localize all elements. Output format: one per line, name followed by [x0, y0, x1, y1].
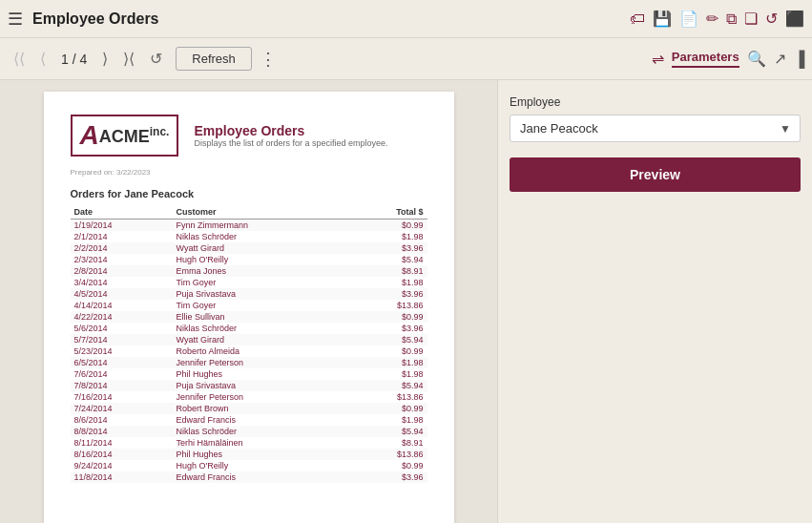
cell-customer: Puja Srivastava	[173, 380, 350, 391]
hamburger-icon[interactable]: ☰	[8, 9, 23, 30]
cell-date: 7/24/2014	[71, 403, 173, 414]
main-area: A ACMEinc. Employee Orders Displays the …	[0, 80, 812, 523]
cell-customer: Jennifer Peterson	[173, 391, 350, 403]
doc-header: A ACMEinc. Employee Orders Displays the …	[71, 115, 427, 157]
page-info: 1 / 4	[55, 52, 93, 67]
cell-total: $13.86	[350, 300, 427, 311]
cell-date: 2/8/2014	[71, 265, 173, 277]
top-bar-right: 🏷 💾 📄 ✏ ⧉ ❏ ↺ ⬛	[630, 10, 804, 28]
cell-total: $3.96	[350, 323, 427, 334]
cell-date: 8/11/2014	[71, 437, 173, 449]
cell-date: 2/3/2014	[71, 254, 173, 265]
right-panel: Employee Nancy DavolioAndrew FullerJanet…	[497, 80, 812, 523]
duplicate-icon[interactable]: ❏	[744, 10, 758, 28]
cell-date: 8/8/2014	[71, 426, 173, 437]
orders-table: Date Customer Total $ 1/19/2014Fynn Zimm…	[71, 205, 427, 483]
rotate-button[interactable]: ↺	[144, 46, 168, 72]
cell-date: 4/22/2014	[71, 311, 173, 323]
doc-prepared-date: Prepared on: 3/22/2023	[71, 168, 427, 177]
table-row: 5/7/2014Wyatt Girard$5.94	[71, 334, 427, 345]
table-row: 8/11/2014Terhi Hämäläinen$8.91	[71, 437, 427, 449]
cell-total: $5.94	[350, 380, 427, 391]
table-row: 5/6/2014Niklas Schröder$3.96	[71, 323, 427, 334]
cell-customer: Edward Francis	[173, 471, 350, 483]
copy-icon[interactable]: ⧉	[726, 10, 737, 28]
cell-date: 5/6/2014	[71, 323, 173, 334]
table-row: 4/14/2014Tim Goyer$13.86	[71, 300, 427, 311]
cell-date: 6/5/2014	[71, 357, 173, 368]
employee-label: Employee	[510, 95, 801, 109]
cell-date: 5/23/2014	[71, 345, 173, 357]
right-panel-content: Employee Nancy DavolioAndrew FullerJanet…	[498, 80, 812, 523]
top-bar-left: ☰ Employee Orders	[8, 9, 159, 30]
cell-total: $5.94	[350, 254, 427, 265]
table-row: 6/5/2014Jennifer Peterson$1.98	[71, 357, 427, 368]
search-icon[interactable]: 🔍	[747, 50, 766, 68]
cell-total: $3.96	[350, 242, 427, 254]
tag-icon[interactable]: 🏷	[630, 10, 645, 28]
cell-total: $5.94	[350, 334, 427, 345]
cell-customer: Emma Jones	[173, 265, 350, 277]
refresh-button[interactable]: Refresh	[176, 47, 252, 71]
table-row: 8/6/2014Edward Francis$1.98	[71, 414, 427, 426]
table-row: 2/8/2014Emma Jones$8.91	[71, 265, 427, 277]
cell-date: 7/6/2014	[71, 368, 173, 380]
cell-total: $0.99	[350, 345, 427, 357]
cell-total: $5.94	[350, 426, 427, 437]
cell-date: 2/1/2014	[71, 231, 173, 242]
parameters-tab[interactable]: Parameters	[672, 50, 739, 68]
table-row: 1/19/2014Fynn Zimmermann$0.99	[71, 220, 427, 232]
refresh-top-icon[interactable]: ↺	[765, 10, 778, 28]
cell-customer: Wyatt Girard	[173, 334, 350, 345]
cell-date: 1/19/2014	[71, 220, 173, 232]
cell-customer: Edward Francis	[173, 414, 350, 426]
cell-customer: Niklas Schröder	[173, 323, 350, 334]
more-options-button[interactable]: ⋮	[260, 49, 277, 70]
cell-date: 8/6/2014	[71, 414, 173, 426]
cell-customer: Phil Hughes	[173, 449, 350, 460]
cell-customer: Hugh O'Reilly	[173, 254, 350, 265]
pdf-icon[interactable]: 📄	[679, 10, 698, 28]
employee-select[interactable]: Nancy DavolioAndrew FullerJanet Leverlin…	[510, 115, 801, 142]
cell-customer: Ellie Sullivan	[173, 311, 350, 323]
table-row: 7/24/2014Robert Brown$0.99	[71, 403, 427, 414]
external-link-icon[interactable]: ⬛	[785, 10, 804, 28]
cell-total: $0.99	[350, 460, 427, 471]
save-icon[interactable]: 💾	[653, 10, 672, 28]
go-last-button[interactable]: ⟩⟨	[117, 46, 140, 72]
cell-customer: Puja Srivastava	[173, 288, 350, 300]
cell-customer: Jennifer Peterson	[173, 357, 350, 368]
table-header-row: Date Customer Total $	[71, 205, 427, 220]
cell-total: $1.98	[350, 231, 427, 242]
cell-customer: Roberto Almeida	[173, 345, 350, 357]
edit-icon[interactable]: ✏	[706, 10, 718, 28]
go-first-button[interactable]: ⟨⟨	[8, 46, 31, 72]
table-row: 8/8/2014Niklas Schröder$5.94	[71, 426, 427, 437]
nav-bar: ⟨⟨ ⟨ 1 / 4 ⟩ ⟩⟨ ↺ Refresh ⋮ ⇌ Parameters…	[0, 38, 812, 80]
cell-customer: Tim Goyer	[173, 277, 350, 288]
cell-date: 9/24/2014	[71, 460, 173, 471]
cell-total: $8.91	[350, 437, 427, 449]
cell-date: 7/16/2014	[71, 391, 173, 403]
cell-total: $3.96	[350, 288, 427, 300]
cell-total: $0.99	[350, 311, 427, 323]
panel-toggle-icon[interactable]: ▐	[794, 51, 804, 68]
go-next-button[interactable]: ⟩	[96, 46, 114, 72]
table-row: 2/1/2014Niklas Schröder$1.98	[71, 231, 427, 242]
doc-title-block: Employee Orders Displays the list of ord…	[194, 123, 387, 148]
cell-total: $8.91	[350, 265, 427, 277]
cell-date: 4/5/2014	[71, 288, 173, 300]
acme-logo-name: ACMEinc.	[99, 125, 170, 147]
preview-button[interactable]: Preview	[510, 157, 801, 192]
col-total: Total $	[350, 205, 427, 220]
cell-total: $1.98	[350, 357, 427, 368]
table-row: 2/2/2014Wyatt Girard$3.96	[71, 242, 427, 254]
doc-report-subtitle: Displays the list of orders for a specif…	[194, 138, 387, 148]
params-adjust-icon[interactable]: ⇌	[652, 50, 664, 68]
export-icon[interactable]: ↗	[774, 50, 786, 68]
table-row: 11/8/2014Edward Francis$3.96	[71, 471, 427, 483]
table-row: 4/5/2014Puja Srivastava$3.96	[71, 288, 427, 300]
document-panel: A ACMEinc. Employee Orders Displays the …	[0, 80, 497, 523]
cell-customer: Robert Brown	[173, 403, 350, 414]
go-prev-button[interactable]: ⟨	[34, 46, 52, 72]
